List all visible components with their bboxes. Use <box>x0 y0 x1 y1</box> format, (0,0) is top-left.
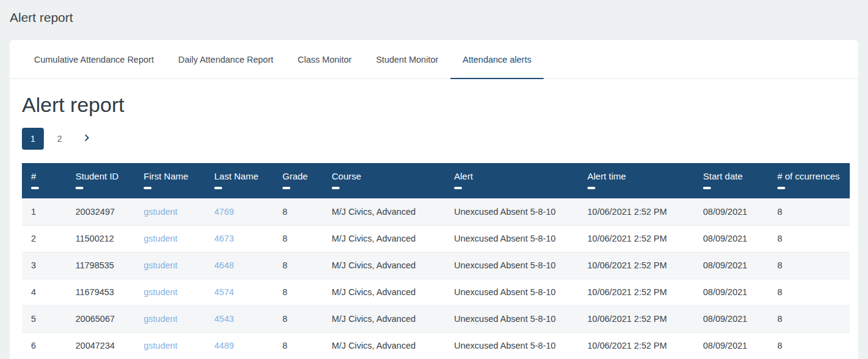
cell-start-date: 08/09/2021 <box>694 198 768 225</box>
minus-dash-icon <box>144 187 152 189</box>
page-button-1[interactable]: 1 <box>22 128 44 150</box>
cell-grade: 8 <box>273 252 323 279</box>
tab-cumulative-attendance-report[interactable]: Cumulative Attendance Report <box>22 40 166 78</box>
table-row: 6 20047234 gstudent 4489 8 M/J Civics, A… <box>22 332 850 359</box>
first-name-link[interactable]: gstudent <box>144 207 178 217</box>
column-header-first-name[interactable]: First Name <box>135 163 205 198</box>
minus-dash-icon <box>332 187 340 189</box>
column-header-alert-time[interactable]: Alert time <box>578 163 694 198</box>
cell-student-id: 20047234 <box>66 332 135 359</box>
cell-start-date: 08/09/2021 <box>694 305 768 332</box>
cell-alert-time: 10/06/2021 2:52 PM <box>578 279 694 305</box>
minus-dash-icon <box>75 187 83 189</box>
first-name-link[interactable]: gstudent <box>144 341 178 350</box>
cell-occurrences: 8 <box>768 332 850 359</box>
alerts-table-container: # Student ID First Name Last Name Grade … <box>22 163 846 359</box>
tab-attendance-alerts[interactable]: Attendance alerts <box>450 40 544 78</box>
cell-first-name: gstudent <box>135 225 205 252</box>
cell-alert: Unexcused Absent 5-8-10 <box>445 279 578 305</box>
cell-last-name: 4769 <box>205 198 273 225</box>
tab-daily-attendance-report[interactable]: Daily Attendance Report <box>166 40 285 78</box>
cell-last-name: 4543 <box>205 305 273 332</box>
last-name-link[interactable]: 4574 <box>214 287 234 297</box>
table-row: 4 11679453 gstudent 4574 8 M/J Civics, A… <box>22 279 850 305</box>
cell-first-name: gstudent <box>135 332 205 359</box>
report-card: Cumulative Attendance Report Daily Atten… <box>10 40 858 359</box>
cell-start-date: 08/09/2021 <box>694 332 768 359</box>
first-name-link[interactable]: gstudent <box>144 314 178 324</box>
cell-course: M/J Civics, Advanced <box>323 305 445 332</box>
last-name-link[interactable]: 4673 <box>214 234 234 243</box>
cell-student-id: 20065067 <box>66 305 135 332</box>
last-name-link[interactable]: 4489 <box>214 341 234 350</box>
page-button-2[interactable]: 2 <box>49 128 71 150</box>
minus-dash-icon <box>282 187 290 189</box>
cell-number: 1 <box>22 198 66 225</box>
table-row: 3 11798535 gstudent 4648 8 M/J Civics, A… <box>22 252 850 279</box>
tab-bar: Cumulative Attendance Report Daily Atten… <box>10 40 858 79</box>
report-heading: Alert report <box>22 92 846 117</box>
cell-alert-time: 10/06/2021 2:52 PM <box>578 332 694 359</box>
cell-number: 3 <box>22 252 66 279</box>
column-header-student-id[interactable]: Student ID <box>66 163 135 198</box>
cell-occurrences: 8 <box>768 225 850 252</box>
minus-dash-icon <box>31 187 39 189</box>
cell-alert-time: 10/06/2021 2:52 PM <box>578 225 694 252</box>
cell-number: 6 <box>22 332 66 359</box>
cell-last-name: 4648 <box>205 252 273 279</box>
cell-student-id: 11798535 <box>66 252 135 279</box>
cell-start-date: 08/09/2021 <box>694 279 768 305</box>
minus-dash-icon <box>703 187 711 189</box>
cell-grade: 8 <box>273 332 323 359</box>
column-header-occurrences[interactable]: # of ccurrences <box>768 163 850 198</box>
column-header-start-date[interactable]: Start date <box>694 163 768 198</box>
cell-student-id: 11500212 <box>66 225 135 252</box>
column-header-last-name[interactable]: Last Name <box>205 163 273 198</box>
cell-alert: Unexcused Absent 5-8-10 <box>445 252 578 279</box>
next-page-button[interactable] <box>75 128 97 150</box>
cell-start-date: 08/09/2021 <box>694 252 768 279</box>
page-title: Alert report <box>10 9 853 26</box>
tab-class-monitor[interactable]: Class Monitor <box>285 40 364 78</box>
first-name-link[interactable]: gstudent <box>144 234 178 243</box>
cell-grade: 8 <box>273 279 323 305</box>
cell-student-id: 11679453 <box>66 279 135 305</box>
cell-grade: 8 <box>273 305 323 332</box>
last-name-link[interactable]: 4769 <box>214 207 234 217</box>
cell-last-name: 4574 <box>205 279 273 305</box>
first-name-link[interactable]: gstudent <box>144 287 178 297</box>
minus-dash-icon <box>214 187 222 189</box>
cell-alert: Unexcused Absent 5-8-10 <box>445 332 578 359</box>
cell-alert-time: 10/06/2021 2:52 PM <box>578 305 694 332</box>
cell-start-date: 08/09/2021 <box>694 225 768 252</box>
alerts-table: # Student ID First Name Last Name Grade … <box>22 163 850 359</box>
cell-grade: 8 <box>273 198 323 225</box>
chevron-right-icon <box>82 133 91 144</box>
column-header-course[interactable]: Course <box>323 163 445 198</box>
cell-last-name: 4673 <box>205 225 273 252</box>
last-name-link[interactable]: 4648 <box>214 260 234 270</box>
cell-first-name: gstudent <box>135 279 205 305</box>
tab-student-monitor[interactable]: Student Monitor <box>364 40 450 78</box>
first-name-link[interactable]: gstudent <box>144 260 178 270</box>
cell-alert: Unexcused Absent 5-8-10 <box>445 305 578 332</box>
cell-grade: 8 <box>273 225 323 252</box>
cell-course: M/J Civics, Advanced <box>323 225 445 252</box>
table-row: 2 11500212 gstudent 4673 8 M/J Civics, A… <box>22 225 850 252</box>
pagination: 1 2 <box>22 128 846 150</box>
cell-occurrences: 8 <box>768 198 850 225</box>
cell-occurrences: 8 <box>768 252 850 279</box>
cell-alert-time: 10/06/2021 2:52 PM <box>578 198 694 225</box>
last-name-link[interactable]: 4543 <box>214 314 234 324</box>
cell-first-name: gstudent <box>135 252 205 279</box>
column-header-grade[interactable]: Grade <box>273 163 323 198</box>
cell-student-id: 20032497 <box>66 198 135 225</box>
cell-occurrences: 8 <box>768 279 850 305</box>
cell-number: 5 <box>22 305 66 332</box>
minus-dash-icon <box>454 187 462 189</box>
cell-course: M/J Civics, Advanced <box>323 252 445 279</box>
column-header-number[interactable]: # <box>22 163 66 198</box>
cell-alert: Unexcused Absent 5-8-10 <box>445 225 578 252</box>
table-header-row: # Student ID First Name Last Name Grade … <box>22 163 850 198</box>
column-header-alert[interactable]: Alert <box>445 163 578 198</box>
